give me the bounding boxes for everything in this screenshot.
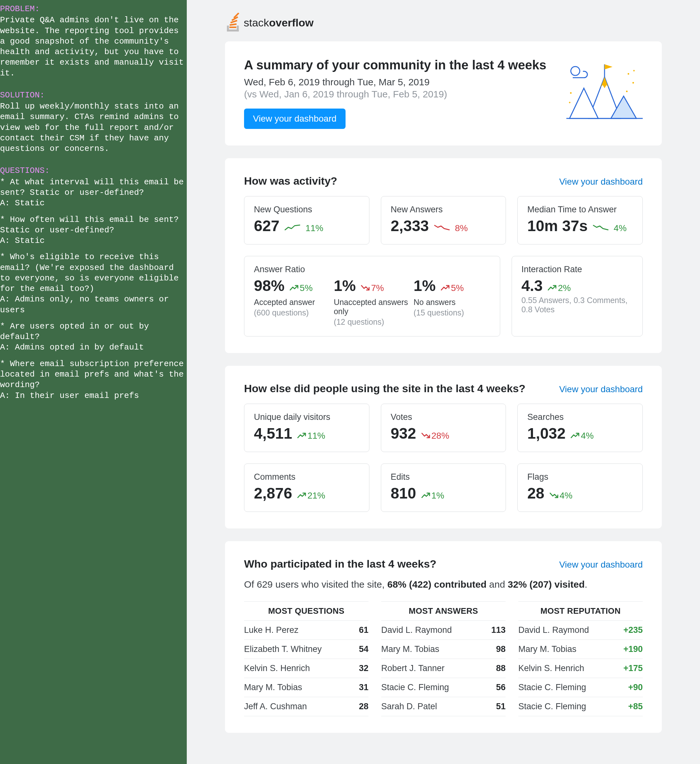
stat-value: 28 xyxy=(527,484,544,502)
user-name: Kelvin S. Henrich xyxy=(244,664,310,673)
usage-title: How else did people using the site in th… xyxy=(244,382,525,395)
user-name: David L. Raymond xyxy=(381,625,452,635)
leaderboard-row: Kelvin S. Henrich+175 xyxy=(518,659,643,678)
leaderboard-value: +235 xyxy=(623,625,643,635)
question-block: * Where email subscription preference lo… xyxy=(0,359,184,401)
delta-value: 5% xyxy=(451,283,464,293)
question-block: * How often will this email be sent? Sta… xyxy=(0,214,184,246)
delta-value: 11% xyxy=(307,431,325,441)
stat-meta: (15 questions) xyxy=(414,308,490,317)
leaderboard-row: David L. Raymond+235 xyxy=(518,620,643,640)
leaderboard-value: +90 xyxy=(628,683,643,692)
stat-card: New Questions62711% xyxy=(244,196,369,244)
leaderboard-value: 51 xyxy=(496,701,506,711)
user-name: Robert J. Tanner xyxy=(381,664,444,673)
leaderboard-row: Elizabeth T. Whitney54 xyxy=(244,640,369,659)
mountain-illustration xyxy=(566,58,643,123)
delta-indicator: 5% xyxy=(441,283,464,293)
delta-indicator: 2% xyxy=(548,283,570,293)
stat-sublabel: Unaccepted answers only xyxy=(334,297,411,316)
stat-value: 1% xyxy=(414,277,436,294)
leaderboard-row: Robert J. Tanner88 xyxy=(381,659,506,678)
stat-card: Median Time to Answer10m 37s4% xyxy=(517,196,643,244)
trend-up-icon xyxy=(548,283,556,293)
trend-up-icon xyxy=(421,490,430,501)
svg-point-17 xyxy=(633,82,634,84)
participation-title: Who participated in the last 4 weeks? xyxy=(244,558,436,570)
stat-sublabel: Accepted answer xyxy=(254,297,331,307)
ratio-column: 1%7%Unaccepted answers only(12 questions… xyxy=(334,277,411,327)
user-name: Mary M. Tobias xyxy=(244,683,302,692)
delta-indicator: 21% xyxy=(297,490,325,501)
usage-dashboard-link[interactable]: View your dashboard xyxy=(559,384,643,395)
svg-text:stackoverflow: stackoverflow xyxy=(244,17,314,29)
leaderboard-row: Stacie C. Fleming+85 xyxy=(518,697,643,716)
delta-value: 4% xyxy=(581,431,594,441)
sparkline-icon xyxy=(593,224,609,232)
leaderboard-value: 61 xyxy=(359,625,369,635)
delta-value: 8% xyxy=(455,223,468,233)
date-range: Wed, Feb 6, 2019 through Tue, Mar 5, 201… xyxy=(244,77,546,88)
question-text: * Are users opted in or out by default? xyxy=(0,321,184,343)
leaderboard-row: Mary M. Tobias31 xyxy=(244,678,369,697)
stat-value: 98% xyxy=(254,277,284,294)
question-text: * How often will this email be sent? Sta… xyxy=(0,214,184,236)
question-text: * Who's eligible to receive this email? … xyxy=(0,252,184,294)
leaderboard-value: +85 xyxy=(628,701,643,711)
trend-up-icon xyxy=(570,431,580,441)
stat-card: Searches1,0324% xyxy=(517,404,643,452)
leaderboard-row: Stacie C. Fleming56 xyxy=(381,678,506,697)
user-name: Mary M. Tobias xyxy=(381,644,439,654)
activity-card: How was activity? View your dashboard Ne… xyxy=(225,158,662,353)
summary-hero-card: A summary of your community in the last … xyxy=(225,41,662,146)
stat-title: Flags xyxy=(527,472,633,482)
delta-indicator: 11% xyxy=(297,431,325,441)
answer-text: A: Admins opted in by default xyxy=(0,342,184,353)
stat-sublabel: No answers xyxy=(414,297,490,307)
questions-heading: QUESTIONS: xyxy=(0,166,184,176)
delta-value: 5% xyxy=(300,283,312,293)
compare-range: (vs Wed, Jan 6, 2019 through Tue, Feb 5,… xyxy=(244,89,546,100)
svg-rect-4 xyxy=(230,23,236,26)
answer-text: A: Admins only, no teams owners or users xyxy=(0,294,184,315)
trend-down-icon xyxy=(550,490,558,501)
usage-card: How else did people using the site in th… xyxy=(225,366,662,528)
svg-rect-3 xyxy=(230,27,236,28)
leaderboard-row: Mary M. Tobias+190 xyxy=(518,640,643,659)
question-block: * Who's eligible to receive this email? … xyxy=(0,252,184,315)
svg-rect-2 xyxy=(237,25,239,31)
activity-dashboard-link[interactable]: View your dashboard xyxy=(559,177,643,187)
stat-value: 1% xyxy=(334,277,356,294)
stat-title: Answer Ratio xyxy=(254,265,490,274)
problem-text: Private Q&A admins don't live on the web… xyxy=(0,15,184,78)
svg-point-18 xyxy=(570,92,572,94)
svg-marker-12 xyxy=(570,88,598,118)
stat-title: New Answers xyxy=(391,205,496,214)
stat-value: 810 xyxy=(391,484,416,502)
question-block: * At what interval will this email be se… xyxy=(0,177,184,209)
leaderboard-heading: MOST ANSWERS xyxy=(381,601,506,620)
user-name: Stacie C. Fleming xyxy=(518,683,586,692)
leaderboard-value: +175 xyxy=(623,664,643,673)
stat-value: 10m 37s xyxy=(527,217,588,235)
participation-dashboard-link[interactable]: View your dashboard xyxy=(559,560,643,570)
leaderboard-row: Kelvin S. Henrich32 xyxy=(244,659,369,678)
stat-value: 1,032 xyxy=(527,425,566,442)
question-text: * Where email subscription preference lo… xyxy=(0,359,184,391)
answer-text: A: Static xyxy=(0,236,184,246)
svg-point-19 xyxy=(626,91,628,92)
view-dashboard-button[interactable]: View your dashboard xyxy=(244,108,345,129)
user-name: Luke H. Perez xyxy=(244,625,298,635)
leaderboard-column: MOST REPUTATIONDavid L. Raymond+235Mary … xyxy=(518,601,643,716)
trend-up-icon xyxy=(297,490,306,501)
stat-title: Median Time to Answer xyxy=(527,205,633,214)
answer-ratio-card: Answer Ratio 98%5%Accepted answer(600 qu… xyxy=(244,256,500,337)
delta-value: 4% xyxy=(614,223,627,233)
stat-title: Interaction Rate xyxy=(522,265,633,274)
leaderboard-heading: MOST QUESTIONS xyxy=(244,601,369,620)
stat-meta: (600 questions) xyxy=(254,308,331,317)
trend-down-icon xyxy=(361,283,370,293)
stat-value: 627 xyxy=(254,217,280,235)
interaction-rate-card: Interaction Rate 4.3 2% 0.55 Answers, 0.… xyxy=(512,256,643,337)
delta-value: 21% xyxy=(307,490,325,501)
